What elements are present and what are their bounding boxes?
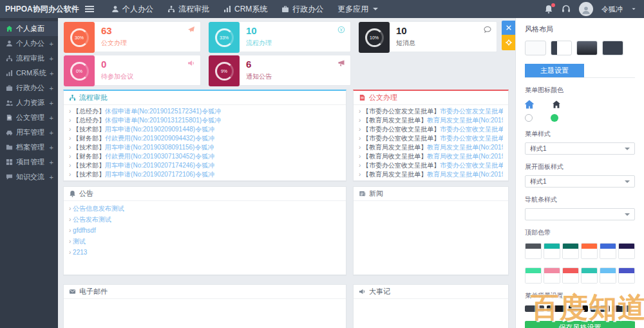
- document-item[interactable]: 【市委办公室收文呈批单】市委办公室收文呈批单(No:20190408004612…: [359, 125, 503, 134]
- sidebar-item-vehicle[interactable]: 用车管理 +: [0, 125, 58, 140]
- username[interactable]: 令狐冲: [601, 5, 623, 14]
- notice-item[interactable]: 测试: [69, 236, 341, 247]
- menu-bg-swatch[interactable]: [569, 305, 588, 312]
- layout-thumbnail-dark[interactable]: [602, 41, 623, 55]
- menu-style-select[interactable]: 样式1: [525, 142, 635, 155]
- sidebar-item-documents[interactable]: 公文管理 +: [0, 110, 58, 125]
- stat-card-notices[interactable]: 9% 6 通知公告: [208, 55, 351, 86]
- theme-color-swatch[interactable]: [618, 243, 635, 259]
- nav-style-select[interactable]: [525, 208, 635, 220]
- sidebar-item-personal-office[interactable]: 个人办公 +: [0, 36, 58, 51]
- notice-item[interactable]: 公告信息发布测试: [69, 203, 341, 214]
- theme-color-swatch[interactable]: [544, 267, 560, 284]
- theme-color-swatch[interactable]: [581, 243, 598, 259]
- workflow-item[interactable]: 【总经办】休假申请单(No:20190131215801)令狐冲: [69, 116, 341, 125]
- layout-thumbnail-gradient[interactable]: [576, 41, 598, 55]
- expand-style-select[interactable]: 样式1: [525, 175, 635, 188]
- workflow-item[interactable]: 【总经办】休假申请单(No:20190125172341)令狐冲: [69, 107, 341, 116]
- theme-color-swatch[interactable]: [525, 243, 542, 259]
- stat-card-workflow[interactable]: 33% 10 流程办理: [208, 21, 351, 52]
- nav-item-workflow[interactable]: 流程审批: [160, 0, 216, 18]
- save-style-button[interactable]: 保存风格设置: [525, 321, 635, 328]
- expand-plus-icon[interactable]: +: [50, 159, 53, 166]
- notice-item[interactable]: gfdfhsdf: [69, 225, 341, 236]
- document-item[interactable]: 【市委办公室发文呈批单】市委办公室发文呈批单(No:20190211101845…: [359, 107, 503, 116]
- close-theme-panel-button[interactable]: [502, 21, 515, 35]
- menu-bg-swatch[interactable]: [525, 305, 544, 312]
- expand-plus-icon[interactable]: +: [50, 129, 53, 137]
- chart-icon: [223, 5, 231, 13]
- headset-icon[interactable]: [562, 5, 571, 14]
- theme-color-swatch[interactable]: [581, 267, 598, 284]
- icon-color-option-green[interactable]: [551, 114, 558, 122]
- document-item[interactable]: 【教育局收文呈批单】教育局收文呈批单(No:20190211180234)令狐冲: [359, 152, 503, 161]
- sidebar-item-project[interactable]: 项目管理 +: [0, 155, 58, 169]
- speaker-icon: [187, 59, 195, 67]
- caret-down-icon[interactable]: [631, 6, 636, 12]
- stat-cards: 30% 63 公文办理 0% 0 待参加会议: [63, 21, 510, 86]
- nav-item-personal-office[interactable]: 个人办公: [104, 0, 160, 18]
- document-item[interactable]: 【教育局发文呈批单】教育局发文呈批单(No:20190301140656)令狐冲: [359, 143, 503, 152]
- sidebar-item-admin[interactable]: 行政办公 +: [0, 81, 58, 95]
- menu-style-label: 菜单样式: [525, 130, 635, 139]
- theme-color-swatch[interactable]: [544, 243, 560, 259]
- theme-color-swatch[interactable]: [562, 267, 579, 284]
- nav-item-admin[interactable]: 行政办公: [274, 0, 330, 18]
- sidebar-item-archive[interactable]: 档案管理 +: [0, 140, 58, 155]
- tab-theme-settings[interactable]: 主题设置: [525, 64, 584, 77]
- notice-item[interactable]: 2213: [69, 247, 341, 258]
- expand-plus-icon[interactable]: +: [50, 70, 53, 77]
- workflow-item[interactable]: 【财务部】付款费用(No:20190307130452)令狐冲: [69, 152, 341, 161]
- sidebar-item-crm[interactable]: CRM系统 +: [0, 66, 58, 81]
- stat-card-messages[interactable]: 10% 10 短消息: [358, 21, 497, 52]
- menu-bg-swatch[interactable]: [591, 305, 610, 312]
- icon-color-option-white[interactable]: [525, 114, 533, 122]
- theme-color-swatch[interactable]: [618, 267, 635, 284]
- menu-bg-swatch[interactable]: [612, 305, 632, 312]
- menu-bg-swatch[interactable]: [547, 305, 566, 312]
- document-item[interactable]: 【市委办公室收文呈批单】市委办公室收文呈批单(No:20190213115423…: [359, 161, 503, 170]
- expand-plus-icon[interactable]: +: [50, 84, 53, 92]
- progress-ring: 0%: [64, 55, 95, 86]
- theme-color-swatch[interactable]: [600, 243, 616, 259]
- nav-item-crm[interactable]: CRM系统: [216, 0, 274, 18]
- sidebar-item-workflow[interactable]: 流程审批 +: [0, 51, 58, 66]
- sidebar-item-hr[interactable]: 人力资源 +: [0, 95, 58, 110]
- flow-icon: [69, 94, 76, 101]
- document-item[interactable]: 【市委办公室收文呈批单】市委办公室收文呈批单(No:20190408004005…: [359, 134, 503, 143]
- top-navigation: 个人办公 流程审批 CRM系统 行政办公 更多应用: [104, 0, 386, 18]
- document-item[interactable]: 【教育局发文呈批单】教育局发文呈批单(No:20190213134730)令狐冲: [359, 170, 503, 179]
- avatar[interactable]: [579, 2, 593, 16]
- workflow-item[interactable]: 【技术部】用车申请(No:20190207174246)令狐冲: [69, 161, 341, 170]
- hamburger-menu-icon[interactable]: [85, 5, 94, 14]
- icon-style-option-filled-house[interactable]: [552, 100, 561, 109]
- workflow-item[interactable]: 【技术部】用车申请(No:20190207172106)令狐冲: [69, 170, 341, 179]
- stat-card-meetings[interactable]: 0% 0 待参加会议: [63, 55, 201, 86]
- expand-plus-icon[interactable]: +: [50, 144, 53, 151]
- folder-icon: [6, 144, 13, 151]
- workflow-item[interactable]: 【技术部】用车申请(No:20190209091448)令狐冲: [69, 125, 341, 134]
- sidebar-item-knowledge[interactable]: 知识交流 +: [0, 169, 58, 184]
- nav-item-more-apps[interactable]: 更多应用: [330, 0, 386, 18]
- theme-color-swatch[interactable]: [562, 243, 579, 259]
- workflow-item[interactable]: 【财务部】付款费用(No:20190209094432)令狐冲: [69, 134, 341, 143]
- bell-icon[interactable]: [544, 5, 553, 14]
- expand-plus-icon[interactable]: +: [50, 55, 53, 63]
- document-item[interactable]: 【教育局发文呈批单】教育局发文呈批单(No:20190211101342)令狐冲: [359, 116, 503, 125]
- theme-color-swatch[interactable]: [600, 267, 616, 284]
- stat-value: 10: [246, 26, 344, 36]
- stat-card-documents[interactable]: 30% 63 公文办理: [63, 21, 201, 52]
- document-icon: [6, 114, 13, 121]
- workflow-item[interactable]: 【技术部】用车申请(No:20190308091156)令狐冲: [69, 143, 341, 152]
- layout-thumbnail-light[interactable]: [525, 41, 546, 55]
- expand-plus-icon[interactable]: +: [50, 173, 53, 181]
- expand-plus-icon[interactable]: +: [50, 40, 53, 48]
- icon-style-option-outline-house[interactable]: [525, 100, 534, 109]
- theme-settings-tab[interactable]: [502, 35, 515, 50]
- expand-plus-icon[interactable]: +: [50, 99, 53, 107]
- layout-thumbnail-dark-sidebar[interactable]: [551, 41, 572, 55]
- sidebar-item-desktop[interactable]: 个人桌面: [0, 21, 58, 36]
- theme-color-swatch[interactable]: [525, 267, 542, 284]
- notice-item[interactable]: 公告发布测试: [69, 214, 341, 225]
- expand-plus-icon[interactable]: +: [50, 114, 53, 122]
